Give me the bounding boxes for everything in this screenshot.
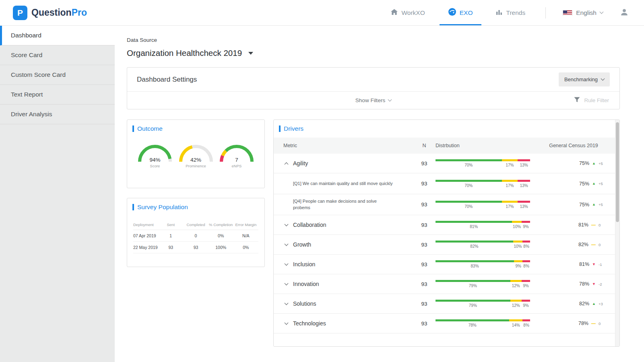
distribution-segment: 9% xyxy=(522,300,530,308)
language-label: English xyxy=(576,9,597,16)
indent-spacer xyxy=(283,181,289,187)
scrollbar-track[interactable] xyxy=(615,120,619,346)
driver-n-value: 93 xyxy=(413,242,436,248)
distribution-segment: 10% xyxy=(513,241,523,249)
census-change: +5 xyxy=(599,161,604,166)
distribution-segment: 13% xyxy=(518,201,530,209)
expand-chevron-icon[interactable] xyxy=(283,281,289,287)
expand-chevron-icon[interactable] xyxy=(283,222,289,228)
trends-icon xyxy=(496,9,502,17)
sidebar-item-driver-analysis[interactable]: Driver Analysis xyxy=(0,105,115,124)
sidebar-item-score-card[interactable]: Score Card xyxy=(0,45,115,65)
distribution-segment-label: 17% xyxy=(502,204,518,209)
nav-trends[interactable]: Trends xyxy=(493,0,528,25)
section-accent-bar xyxy=(279,125,281,132)
census-value: 81% xyxy=(579,261,589,267)
distribution-segment-label: 14% xyxy=(509,323,522,327)
outcome-title: Outcome xyxy=(137,125,163,132)
column-header-n: N xyxy=(413,143,436,148)
drivers-table-header: Metric N Distrbution General Census 2019 xyxy=(274,138,619,154)
survey-population-table: DeploymentSentCompleted% CompletionError… xyxy=(133,221,258,253)
distribution-bar: 83%9%8% xyxy=(436,260,530,268)
nav-divider xyxy=(545,7,546,19)
dashboard-settings-card: Dashboard Settings Benchmarking Show Fil… xyxy=(127,67,620,109)
distribution-segment-label: 81% xyxy=(436,224,512,229)
nav-exo-label: EXO xyxy=(460,9,473,16)
driver-n-value: 93 xyxy=(413,261,436,267)
survey-table-cell: 93 xyxy=(183,242,208,253)
sidebar-item-text-report[interactable]: Text Report xyxy=(0,85,115,105)
census-value: 75% xyxy=(579,181,589,187)
top-navigation: WorkXO EXO Trends English xyxy=(388,0,629,25)
distribution-segment: 13% xyxy=(518,180,530,188)
census-value: 75% xyxy=(579,202,589,208)
driver-census-cell: 78%▼-2 xyxy=(541,281,606,287)
data-source-dropdown[interactable]: Organization Healthcheck 2019 xyxy=(127,48,620,58)
sidebar-item-custom-score-card[interactable]: Custom Score Card xyxy=(0,65,115,85)
distribution-segment: 70% xyxy=(436,201,502,209)
trend-up-icon: ▲ xyxy=(592,162,596,165)
gauge-label: eNPS xyxy=(218,164,256,168)
distribution-bar: 70%17%13% xyxy=(436,159,530,167)
topbar: P QuestionPro WorkXO EXO Trends English xyxy=(0,0,644,26)
driver-row: Inclusion9383%9%8%81%▼-1 xyxy=(274,255,619,274)
expand-chevron-icon[interactable] xyxy=(283,242,289,247)
distribution-segment-label: 10% xyxy=(513,244,523,249)
distribution-bar: 79%12%9% xyxy=(436,280,530,288)
benchmarking-dropdown[interactable]: Benchmarking xyxy=(559,72,610,86)
nav-trends-label: Trends xyxy=(506,9,525,16)
show-filters-toggle[interactable]: Show Filters xyxy=(355,97,391,103)
scrollbar-thumb[interactable] xyxy=(616,122,619,222)
distribution-segment: 10% xyxy=(512,221,522,229)
survey-population-card: Survey Population DeploymentSentComplete… xyxy=(127,198,265,267)
distribution-segment-label: 78% xyxy=(436,323,509,327)
gauge-label: Score xyxy=(136,164,174,168)
language-selector[interactable]: English xyxy=(563,9,603,16)
distribution-segment: 12% xyxy=(510,280,522,288)
logo-question: Question xyxy=(31,7,72,18)
driver-census-cell: 82%▲+3 xyxy=(541,301,606,306)
expand-chevron-icon[interactable] xyxy=(283,321,289,326)
distribution-bar: 81%10%9% xyxy=(436,221,530,229)
driver-n-value: 93 xyxy=(413,301,436,307)
section-accent-bar xyxy=(132,204,134,210)
sidebar-item-label: Custom Score Card xyxy=(11,71,66,78)
expand-chevron-icon[interactable] xyxy=(283,261,289,267)
survey-table-row: 22 May 20199393100%0% xyxy=(133,242,258,253)
funnel-icon xyxy=(574,97,580,104)
driver-n-value: 93 xyxy=(413,281,436,287)
driver-census-cell: 78%—0 xyxy=(541,321,606,326)
left-column: Outcome 94%Score42%Prominence7eNPS Surve… xyxy=(127,119,265,267)
column-header-metric: Metric xyxy=(283,143,413,148)
distribution-segment: 9% xyxy=(522,221,530,229)
census-change: 0 xyxy=(599,243,604,247)
user-account-button[interactable] xyxy=(620,8,629,18)
rule-filter-button[interactable]: Rule Filter xyxy=(574,97,609,104)
driver-row: Agility9370%17%13%75%▲+5 xyxy=(274,154,619,173)
driver-metric-label: Agility xyxy=(293,160,308,167)
distribution-segment-label: 9% xyxy=(522,303,530,308)
driver-metric-label: Innovation xyxy=(293,281,319,287)
questionpro-logo[interactable]: P QuestionPro xyxy=(13,6,87,20)
drivers-card: Drivers Metric N Distrbution General Cen… xyxy=(273,119,620,347)
driver-question-label: [Q1] We can maintain quality and still m… xyxy=(293,181,392,187)
driver-census-cell: 75%▲+5 xyxy=(541,202,606,208)
distribution-segment-label: 17% xyxy=(502,163,518,167)
indent-spacer xyxy=(283,202,289,208)
nav-exo[interactable]: EXO xyxy=(445,0,476,25)
gauge-value: 7 xyxy=(218,157,256,163)
distribution-segment: 8% xyxy=(522,241,530,249)
benchmarking-chevron-down-icon xyxy=(601,77,605,81)
census-value: 75% xyxy=(579,160,589,166)
distribution-segment-label: 9% xyxy=(522,224,530,229)
survey-table-cell: 100% xyxy=(208,242,233,253)
trend-up-icon: ▲ xyxy=(592,203,596,206)
survey-table-cell: 93 xyxy=(158,242,183,253)
collapse-chevron-icon[interactable] xyxy=(283,160,289,166)
expand-chevron-icon[interactable] xyxy=(283,301,289,306)
nav-workxo[interactable]: WorkXO xyxy=(388,0,428,25)
gauge-value: 42% xyxy=(177,157,215,163)
census-change: 0 xyxy=(599,223,604,227)
dashboard-settings-title: Dashboard Settings xyxy=(137,76,197,84)
sidebar-item-dashboard[interactable]: Dashboard xyxy=(0,26,115,45)
